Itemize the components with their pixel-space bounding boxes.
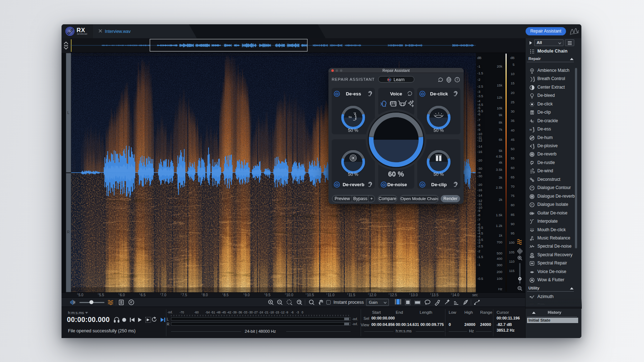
svg-text:Ss: Ss [348,115,352,119]
svg-text:ss: ss [530,128,532,131]
